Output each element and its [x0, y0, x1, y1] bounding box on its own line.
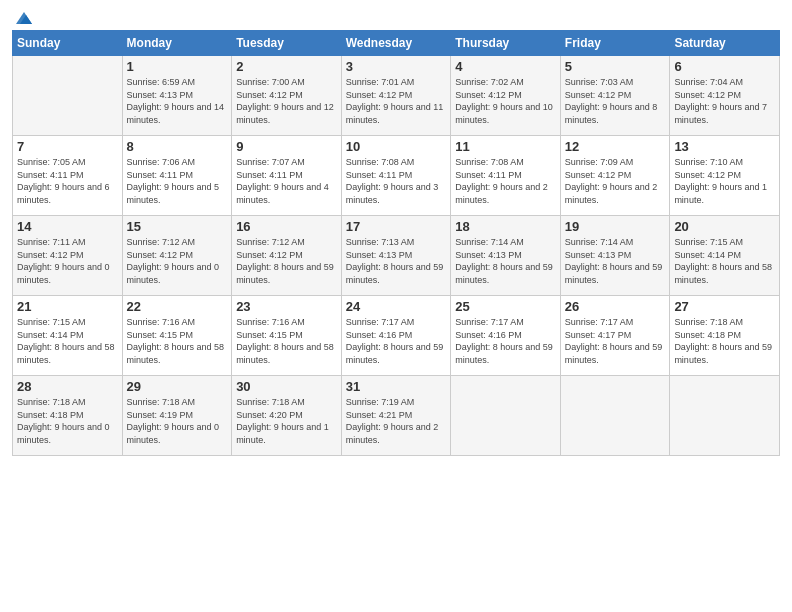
day-number: 23	[236, 299, 337, 314]
calendar-day-cell: 19Sunrise: 7:14 AMSunset: 4:13 PMDayligh…	[560, 216, 670, 296]
day-info: Sunrise: 7:07 AMSunset: 4:11 PMDaylight:…	[236, 156, 337, 206]
col-monday: Monday	[122, 31, 232, 56]
logo	[12, 10, 34, 22]
calendar-day-cell: 16Sunrise: 7:12 AMSunset: 4:12 PMDayligh…	[232, 216, 342, 296]
calendar-week-row: 7Sunrise: 7:05 AMSunset: 4:11 PMDaylight…	[13, 136, 780, 216]
day-info: Sunrise: 7:17 AMSunset: 4:16 PMDaylight:…	[346, 316, 447, 366]
day-number: 26	[565, 299, 666, 314]
calendar-day-cell: 10Sunrise: 7:08 AMSunset: 4:11 PMDayligh…	[341, 136, 451, 216]
day-number: 20	[674, 219, 775, 234]
calendar-table: Sunday Monday Tuesday Wednesday Thursday…	[12, 30, 780, 456]
calendar-day-cell: 21Sunrise: 7:15 AMSunset: 4:14 PMDayligh…	[13, 296, 123, 376]
calendar-day-cell: 7Sunrise: 7:05 AMSunset: 4:11 PMDaylight…	[13, 136, 123, 216]
calendar-day-cell: 9Sunrise: 7:07 AMSunset: 4:11 PMDaylight…	[232, 136, 342, 216]
day-number: 24	[346, 299, 447, 314]
calendar-day-cell: 5Sunrise: 7:03 AMSunset: 4:12 PMDaylight…	[560, 56, 670, 136]
day-info: Sunrise: 7:06 AMSunset: 4:11 PMDaylight:…	[127, 156, 228, 206]
calendar-day-cell	[13, 56, 123, 136]
calendar-day-cell: 26Sunrise: 7:17 AMSunset: 4:17 PMDayligh…	[560, 296, 670, 376]
calendar-day-cell: 30Sunrise: 7:18 AMSunset: 4:20 PMDayligh…	[232, 376, 342, 456]
day-number: 22	[127, 299, 228, 314]
day-number: 6	[674, 59, 775, 74]
calendar-day-cell: 29Sunrise: 7:18 AMSunset: 4:19 PMDayligh…	[122, 376, 232, 456]
day-number: 17	[346, 219, 447, 234]
calendar-day-cell: 8Sunrise: 7:06 AMSunset: 4:11 PMDaylight…	[122, 136, 232, 216]
calendar-day-cell: 20Sunrise: 7:15 AMSunset: 4:14 PMDayligh…	[670, 216, 780, 296]
day-info: Sunrise: 7:08 AMSunset: 4:11 PMDaylight:…	[346, 156, 447, 206]
calendar-day-cell	[451, 376, 561, 456]
calendar-week-row: 28Sunrise: 7:18 AMSunset: 4:18 PMDayligh…	[13, 376, 780, 456]
day-number: 21	[17, 299, 118, 314]
day-number: 12	[565, 139, 666, 154]
calendar-day-cell: 12Sunrise: 7:09 AMSunset: 4:12 PMDayligh…	[560, 136, 670, 216]
calendar-day-cell: 3Sunrise: 7:01 AMSunset: 4:12 PMDaylight…	[341, 56, 451, 136]
day-number: 8	[127, 139, 228, 154]
day-info: Sunrise: 7:04 AMSunset: 4:12 PMDaylight:…	[674, 76, 775, 126]
day-number: 7	[17, 139, 118, 154]
day-info: Sunrise: 7:11 AMSunset: 4:12 PMDaylight:…	[17, 236, 118, 286]
day-number: 25	[455, 299, 556, 314]
logo-top	[12, 10, 34, 26]
calendar-day-cell	[560, 376, 670, 456]
day-number: 5	[565, 59, 666, 74]
day-number: 9	[236, 139, 337, 154]
day-number: 3	[346, 59, 447, 74]
day-info: Sunrise: 7:18 AMSunset: 4:18 PMDaylight:…	[17, 396, 118, 446]
day-info: Sunrise: 7:12 AMSunset: 4:12 PMDaylight:…	[127, 236, 228, 286]
day-info: Sunrise: 7:03 AMSunset: 4:12 PMDaylight:…	[565, 76, 666, 126]
day-info: Sunrise: 7:18 AMSunset: 4:19 PMDaylight:…	[127, 396, 228, 446]
day-number: 1	[127, 59, 228, 74]
calendar-day-cell: 14Sunrise: 7:11 AMSunset: 4:12 PMDayligh…	[13, 216, 123, 296]
day-info: Sunrise: 7:01 AMSunset: 4:12 PMDaylight:…	[346, 76, 447, 126]
calendar-week-row: 21Sunrise: 7:15 AMSunset: 4:14 PMDayligh…	[13, 296, 780, 376]
day-number: 29	[127, 379, 228, 394]
day-number: 2	[236, 59, 337, 74]
calendar-day-cell: 18Sunrise: 7:14 AMSunset: 4:13 PMDayligh…	[451, 216, 561, 296]
calendar-day-cell: 4Sunrise: 7:02 AMSunset: 4:12 PMDaylight…	[451, 56, 561, 136]
day-number: 30	[236, 379, 337, 394]
day-info: Sunrise: 7:13 AMSunset: 4:13 PMDaylight:…	[346, 236, 447, 286]
calendar-day-cell: 1Sunrise: 6:59 AMSunset: 4:13 PMDaylight…	[122, 56, 232, 136]
day-info: Sunrise: 7:18 AMSunset: 4:18 PMDaylight:…	[674, 316, 775, 366]
day-number: 11	[455, 139, 556, 154]
calendar-day-cell: 28Sunrise: 7:18 AMSunset: 4:18 PMDayligh…	[13, 376, 123, 456]
day-info: Sunrise: 7:02 AMSunset: 4:12 PMDaylight:…	[455, 76, 556, 126]
calendar-header-row: Sunday Monday Tuesday Wednesday Thursday…	[13, 31, 780, 56]
day-number: 31	[346, 379, 447, 394]
logo-icon	[14, 10, 34, 26]
calendar-day-cell: 15Sunrise: 7:12 AMSunset: 4:12 PMDayligh…	[122, 216, 232, 296]
calendar-week-row: 14Sunrise: 7:11 AMSunset: 4:12 PMDayligh…	[13, 216, 780, 296]
calendar-day-cell: 25Sunrise: 7:17 AMSunset: 4:16 PMDayligh…	[451, 296, 561, 376]
day-info: Sunrise: 7:00 AMSunset: 4:12 PMDaylight:…	[236, 76, 337, 126]
col-wednesday: Wednesday	[341, 31, 451, 56]
day-info: Sunrise: 7:05 AMSunset: 4:11 PMDaylight:…	[17, 156, 118, 206]
calendar-day-cell: 2Sunrise: 7:00 AMSunset: 4:12 PMDaylight…	[232, 56, 342, 136]
day-info: Sunrise: 7:15 AMSunset: 4:14 PMDaylight:…	[17, 316, 118, 366]
col-thursday: Thursday	[451, 31, 561, 56]
day-number: 18	[455, 219, 556, 234]
page-container: Sunday Monday Tuesday Wednesday Thursday…	[0, 0, 792, 464]
day-number: 28	[17, 379, 118, 394]
calendar-day-cell: 31Sunrise: 7:19 AMSunset: 4:21 PMDayligh…	[341, 376, 451, 456]
day-number: 13	[674, 139, 775, 154]
day-info: Sunrise: 7:18 AMSunset: 4:20 PMDaylight:…	[236, 396, 337, 446]
day-number: 27	[674, 299, 775, 314]
page-header	[12, 10, 780, 22]
col-saturday: Saturday	[670, 31, 780, 56]
day-number: 14	[17, 219, 118, 234]
day-info: Sunrise: 7:16 AMSunset: 4:15 PMDaylight:…	[236, 316, 337, 366]
calendar-day-cell	[670, 376, 780, 456]
day-info: Sunrise: 7:14 AMSunset: 4:13 PMDaylight:…	[455, 236, 556, 286]
day-info: Sunrise: 6:59 AMSunset: 4:13 PMDaylight:…	[127, 76, 228, 126]
calendar-day-cell: 13Sunrise: 7:10 AMSunset: 4:12 PMDayligh…	[670, 136, 780, 216]
day-number: 10	[346, 139, 447, 154]
day-info: Sunrise: 7:17 AMSunset: 4:17 PMDaylight:…	[565, 316, 666, 366]
day-info: Sunrise: 7:19 AMSunset: 4:21 PMDaylight:…	[346, 396, 447, 446]
col-tuesday: Tuesday	[232, 31, 342, 56]
calendar-day-cell: 23Sunrise: 7:16 AMSunset: 4:15 PMDayligh…	[232, 296, 342, 376]
calendar-day-cell: 6Sunrise: 7:04 AMSunset: 4:12 PMDaylight…	[670, 56, 780, 136]
day-info: Sunrise: 7:15 AMSunset: 4:14 PMDaylight:…	[674, 236, 775, 286]
calendar-week-row: 1Sunrise: 6:59 AMSunset: 4:13 PMDaylight…	[13, 56, 780, 136]
day-info: Sunrise: 7:14 AMSunset: 4:13 PMDaylight:…	[565, 236, 666, 286]
calendar-day-cell: 24Sunrise: 7:17 AMSunset: 4:16 PMDayligh…	[341, 296, 451, 376]
